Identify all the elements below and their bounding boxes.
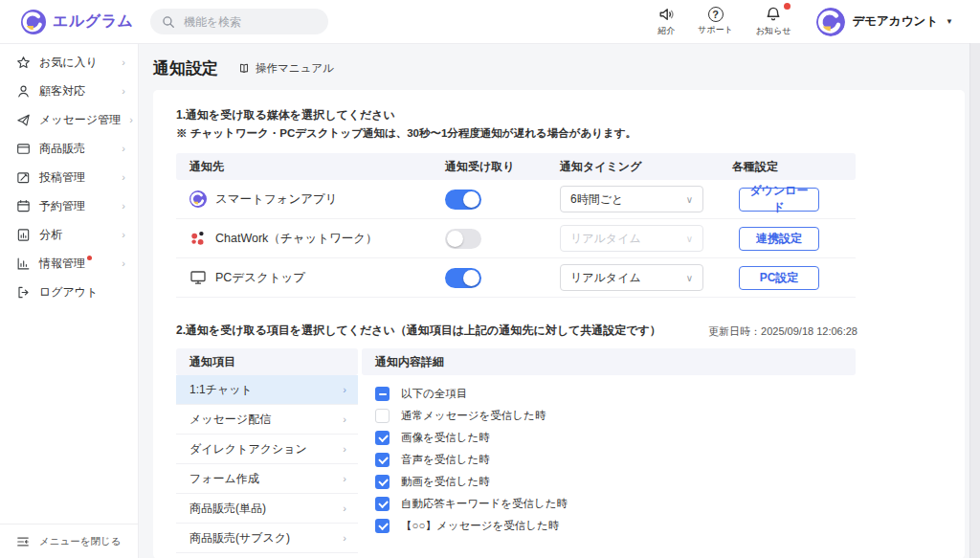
sidebar-item-analysis[interactable]: 分析 › <box>0 220 138 249</box>
chevron-right-icon: › <box>122 56 125 68</box>
toggle-knob <box>463 191 479 208</box>
checkbox-label: 以下の全項目 <box>401 387 467 401</box>
sidebar-item-label: メッセージ管理 <box>39 112 121 128</box>
column-header: 通知内容詳細 <box>362 348 856 375</box>
intro-label: 紹介 <box>657 25 675 37</box>
sidebar-item-information[interactable]: 情報管理 › <box>0 249 138 278</box>
category-product-subscription[interactable]: 商品販売(サブスク) › <box>176 524 358 553</box>
checkbox-checked[interactable] <box>375 431 390 445</box>
section2-heading: 2.通知を受け取る項目を選択してください（通知項目は上記の通知先に対して共通設定… <box>176 323 661 339</box>
media-name: スマートフォンアプリ <box>215 191 338 208</box>
checkbox-checked[interactable] <box>375 453 390 467</box>
chevron-down-icon: ▼ <box>946 17 953 26</box>
notification-items-column: 通知項目 1:1チャット › メッセージ配信 › ダイレクトアクション › フォ… <box>176 348 358 558</box>
checkbox-checked[interactable] <box>375 475 390 489</box>
support-label: サポート <box>698 24 733 36</box>
table-row-smartphone-app: スマートフォンアプリ 6時間ごと ∨ ダウンロード <box>176 180 856 219</box>
avatar <box>816 8 845 36</box>
column-header: 各種設定 <box>732 159 856 175</box>
category-product-single[interactable]: 商品販売(単品) › <box>176 494 358 524</box>
top-header: エルグラム 紹介 ? サポート <box>0 0 980 44</box>
sidebar-item-customers[interactable]: 顧客対応 › <box>0 77 138 105</box>
updated-timestamp: 更新日時：2025/09/18 12:06:28 <box>708 324 858 339</box>
manual-link[interactable]: 操作マニュアル <box>237 61 334 76</box>
analysis-icon <box>16 228 31 242</box>
chevron-right-icon: › <box>343 413 346 425</box>
select-value: リアルタイム <box>570 270 641 286</box>
alert-dot <box>87 256 92 260</box>
search-box[interactable] <box>150 9 328 34</box>
close-menu-button[interactable]: メニューを閉じる <box>0 524 138 558</box>
category-direct-action[interactable]: ダイレクトアクション › <box>176 435 358 464</box>
news-button[interactable]: お知らせ <box>756 6 791 37</box>
items-table: 通知項目 1:1チャット › メッセージ配信 › ダイレクトアクション › フォ… <box>176 348 856 558</box>
category-label: 商品販売(単品) <box>189 501 266 517</box>
search-icon <box>162 15 175 29</box>
page-title: 通知設定 <box>153 57 218 79</box>
smartphone-notify-toggle[interactable] <box>445 190 481 210</box>
sidebar-item-product-sales[interactable]: 商品販売 › <box>0 134 138 163</box>
search-input[interactable] <box>182 14 317 30</box>
select-value: リアルタイム <box>570 231 641 247</box>
checkbox-indeterminate[interactable] <box>375 387 390 401</box>
intro-button[interactable]: 紹介 <box>657 6 675 37</box>
checkbox-label: 通常メッセージを受信した時 <box>401 409 546 423</box>
news-label: お知らせ <box>756 25 791 37</box>
category-label: ダイレクトアクション <box>189 441 307 458</box>
question-icon: ? <box>708 7 724 22</box>
sidebar-item-messages[interactable]: メッセージ管理 › <box>0 105 138 134</box>
sidebar-item-label: ログアウト <box>39 284 125 301</box>
table-row-pc-desktop: PCデスクトップ リアルタイム ∨ PC設定 <box>176 258 856 298</box>
smartphone-timing-select[interactable]: 6時間ごと ∨ <box>560 186 703 212</box>
logout-icon <box>16 285 31 300</box>
category-1to1-chat[interactable]: 1:1チャット › <box>176 375 358 405</box>
section1-note: ※ チャットワーク・PCデスクトップ通知は、30秒〜1分程度通知が遅れる場合があ… <box>176 126 942 141</box>
sidebar-item-label: 顧客対応 <box>39 83 113 100</box>
sidebar-item-label: 分析 <box>39 227 113 243</box>
sidebar-item-favorites[interactable]: お気に入り › <box>0 48 138 77</box>
chevron-right-icon: › <box>343 473 346 484</box>
sidebar-item-logout[interactable]: ログアウト <box>0 278 138 306</box>
toggle-knob <box>463 270 479 286</box>
sidebar-item-reservations[interactable]: 予約管理 › <box>0 191 138 220</box>
checkbox-unchecked[interactable] <box>375 409 390 423</box>
chevron-right-icon: › <box>129 114 133 125</box>
sidebar-item-posts[interactable]: 投稿管理 › <box>0 163 138 191</box>
bar-chart-icon <box>16 257 31 271</box>
scrollbar-track[interactable] <box>969 43 980 558</box>
chevron-right-icon: › <box>122 143 125 154</box>
category-label: メッセージ配信 <box>189 412 271 428</box>
category-system-notification[interactable]: システム通知 › <box>176 553 358 558</box>
detail-row-normal-message: 通常メッセージを受信した時 <box>375 405 856 427</box>
sidebar-item-label: お気に入り <box>39 55 113 71</box>
desktop-timing-select[interactable]: リアルタイム ∨ <box>560 264 703 291</box>
download-button[interactable]: ダウンロード <box>739 188 819 212</box>
checkbox-checked[interactable] <box>375 519 390 533</box>
main-content: 通知設定 操作マニュアル 1.通知を受け取る媒体を選択してください ※ チャット… <box>139 43 980 558</box>
send-icon <box>16 113 31 127</box>
integration-settings-button[interactable]: 連携設定 <box>739 227 819 251</box>
desktop-notify-toggle[interactable] <box>445 268 481 288</box>
calendar-icon <box>16 199 31 213</box>
category-form-creation[interactable]: フォーム作成 › <box>176 464 358 494</box>
pc-settings-button[interactable]: PC設定 <box>739 266 819 290</box>
column-header: 通知先 <box>176 159 445 175</box>
checkbox-checked[interactable] <box>375 497 390 511</box>
detail-row-image: 画像を受信した時 <box>375 427 856 449</box>
category-message-delivery[interactable]: メッセージ配信 › <box>176 405 358 435</box>
section2-header: 2.通知を受け取る項目を選択してください（通知項目は上記の通知先に対して共通設定… <box>176 323 858 339</box>
table-row-chatwork: ChatWork（チャットワーク） リアルタイム ∨ 連携設定 <box>176 219 856 258</box>
edit-icon <box>16 170 31 185</box>
person-icon <box>16 84 31 99</box>
star-icon <box>16 56 31 70</box>
category-label: 商品販売(サブスク) <box>189 530 290 547</box>
support-button[interactable]: ? サポート <box>698 7 733 36</box>
account-menu[interactable]: デモアカウント ▼ <box>816 8 953 36</box>
chatwork-notify-toggle[interactable] <box>445 229 481 249</box>
detail-row-marked-message: 【○○】メッセージを受信した時 <box>375 515 856 537</box>
app-logo[interactable]: エルグラム <box>0 10 139 34</box>
column-header: 通知タイミング <box>560 159 732 175</box>
detail-row-audio: 音声を受信した時 <box>375 449 856 471</box>
category-label: 1:1チャット <box>189 382 253 398</box>
chevron-down-icon: ∨ <box>686 234 693 244</box>
